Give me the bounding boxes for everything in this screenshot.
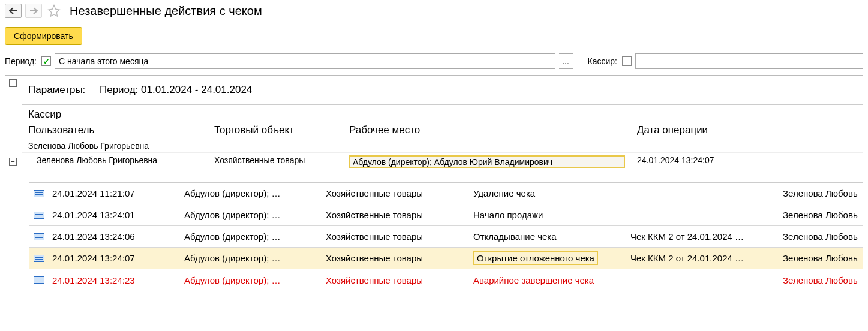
event-row[interactable]: 24.01.2024 13:24:06Абдулов (директор); …… [29, 226, 863, 248]
event-action: Открытие отложенного чека [470, 251, 627, 265]
col-workplace-header: Рабочее место [343, 122, 631, 139]
event-user: Зеленова Любовь [779, 253, 863, 263]
toolbar: Незавершенные действия с чеком [0, 0, 868, 22]
cell-date: 24.01.2024 13:24:07 [631, 153, 863, 171]
period-picker-button[interactable]: ... [559, 53, 573, 69]
event-workplace: Абдулов (директор); … [181, 275, 322, 285]
cashier-header: Кассир [22, 105, 863, 122]
doc-icon [29, 276, 49, 284]
doc-icon [29, 212, 49, 219]
doc-icon [29, 233, 49, 240]
event-row[interactable]: 24.01.2024 13:24:23Абдулов (директор); …… [29, 269, 863, 291]
col-user-header: Пользователь [22, 122, 208, 139]
events-table: 24.01.2024 11:21:07Абдулов (директор); …… [29, 182, 863, 291]
event-workplace: Абдулов (директор); … [181, 188, 322, 198]
event-timestamp: 24.01.2024 13:24:06 [49, 231, 181, 242]
event-timestamp: 24.01.2024 13:24:07 [49, 253, 181, 263]
col-date-header: Дата операции [631, 122, 863, 139]
params-row: Параметры: Период: 01.01.2024 - 24.01.20… [22, 76, 863, 105]
detail-row[interactable]: Зеленова Любовь Григорьевна Хозяйственны… [22, 153, 863, 171]
event-document: Чек ККМ 2 от 24.01.2024 … [627, 231, 779, 242]
event-action: Откладывание чека [470, 231, 627, 242]
report-area: − − Параметры: Период: 01.01.2024 - 24.0… [5, 75, 863, 171]
tree-toggle-2[interactable]: − [9, 158, 17, 166]
event-object: Хозяйственные товары [322, 275, 470, 285]
event-action: Аварийное завершение чека [470, 275, 627, 285]
event-object: Хозяйственные товары [322, 210, 470, 220]
filter-row: Период: С начала этого месяца ... Кассир… [0, 50, 868, 73]
group-row[interactable]: Зеленова Любовь Григорьевна [22, 139, 863, 153]
period-input[interactable]: С начала этого месяца [55, 53, 555, 69]
event-action: Начало продажи [470, 210, 627, 220]
tree-toggle-1[interactable]: − [9, 79, 17, 87]
event-row[interactable]: 24.01.2024 11:21:07Абдулов (директор); …… [29, 183, 863, 204]
col-obj-header: Торговый объект [208, 122, 343, 139]
event-object: Хозяйственные товары [322, 231, 470, 242]
event-user: Зеленова Любовь [779, 210, 863, 220]
event-timestamp: 24.01.2024 13:24:01 [49, 210, 181, 220]
forward-button[interactable] [25, 4, 42, 18]
doc-icon [29, 190, 49, 197]
event-workplace: Абдулов (директор); … [181, 231, 322, 242]
cell-obj: Хозяйственные товары [208, 153, 343, 171]
event-user: Зеленова Любовь [779, 188, 863, 198]
doc-icon [29, 255, 49, 262]
period-label: Период: [5, 56, 37, 66]
event-document: Чек ККМ 2 от 24.01.2024 … [627, 253, 779, 263]
cell-workplace: Абдулов (директор); Абдулов Юрий Владими… [343, 153, 631, 171]
grid-header: Пользователь Торговый объект Рабочее мес… [22, 122, 863, 139]
event-object: Хозяйственные товары [322, 188, 470, 198]
event-row[interactable]: 24.01.2024 13:24:07Абдулов (директор); …… [29, 248, 863, 269]
event-user: Зеленова Любовь [779, 275, 863, 285]
cashier-input[interactable] [635, 53, 863, 69]
event-timestamp: 24.01.2024 13:24:23 [49, 275, 181, 285]
back-button[interactable] [5, 4, 22, 18]
event-workplace: Абдулов (директор); … [181, 253, 322, 263]
event-user: Зеленова Любовь [779, 231, 863, 242]
event-workplace: Абдулов (директор); … [181, 210, 322, 220]
favorite-star-icon[interactable] [46, 2, 62, 19]
page-title: Незавершенные действия с чеком [70, 4, 262, 18]
cell-user: Зеленова Любовь Григорьевна [22, 153, 208, 171]
action-bar: Сформировать [0, 22, 868, 50]
event-action: Удаление чека [470, 188, 627, 198]
cashier-label: Кассир: [588, 56, 617, 66]
tree-column: − − [5, 76, 22, 171]
event-row[interactable]: 24.01.2024 13:24:01Абдулов (директор); …… [29, 204, 863, 226]
period-checkbox[interactable] [41, 56, 51, 66]
generate-button[interactable]: Сформировать [5, 27, 82, 45]
cashier-checkbox[interactable] [622, 56, 632, 66]
event-object: Хозяйственные товары [322, 253, 470, 263]
event-timestamp: 24.01.2024 11:21:07 [49, 188, 181, 198]
